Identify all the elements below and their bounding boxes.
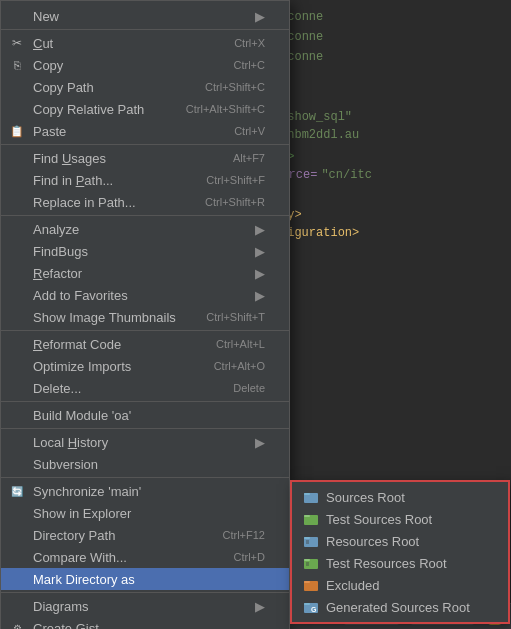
test-sources-root-label: Test Sources Root — [326, 512, 432, 527]
resources-root-icon — [304, 535, 318, 547]
menu-item-paste[interactable]: 📋 Paste Ctrl+V — [1, 120, 289, 142]
menu-item-optimize[interactable]: Optimize Imports Ctrl+Alt+O — [1, 355, 289, 377]
menu-item-subversion[interactable]: Subversion — [1, 453, 289, 475]
excluded-icon — [304, 579, 318, 591]
menu-item-directory-path[interactable]: Directory Path Ctrl+F12 — [1, 524, 289, 546]
test-resources-root-icon — [304, 557, 318, 569]
divider-1 — [1, 29, 289, 30]
arrow-icon-diagrams: ▶ — [255, 599, 265, 614]
arrow-icon: ▶ — [255, 9, 265, 24]
context-menu: New ▶ ✂ Cut Ctrl+X ⎘ Copy Ctrl+C Copy Pa… — [0, 0, 290, 629]
arrow-icon-history: ▶ — [255, 435, 265, 450]
arrow-icon-findbugs: ▶ — [255, 244, 265, 259]
svg-rect-8 — [304, 559, 310, 561]
menu-item-mark-directory[interactable]: Mark Directory as — [1, 568, 289, 590]
menu-item-replace-in-path[interactable]: Replace in Path... Ctrl+Shift+R — [1, 191, 289, 213]
menu-item-copy[interactable]: ⎘ Copy Ctrl+C — [1, 54, 289, 76]
divider-6 — [1, 428, 289, 429]
divider-3 — [1, 215, 289, 216]
menu-item-synchronize[interactable]: 🔄 Synchronize 'main' — [1, 480, 289, 502]
menu-item-diagrams[interactable]: Diagrams ▶ — [1, 595, 289, 617]
submenu-generated-sources[interactable]: G Generated Sources Root — [292, 596, 508, 618]
submenu-resources-root[interactable]: Resources Root — [292, 530, 508, 552]
svg-rect-9 — [306, 562, 309, 566]
arrow-icon-analyze: ▶ — [255, 222, 265, 237]
menu-item-delete[interactable]: Delete... Delete — [1, 377, 289, 399]
sources-root-icon — [304, 491, 318, 503]
menu-item-create-gist[interactable]: ⚙ Create Gist... — [1, 617, 289, 629]
arrow-icon-favorites: ▶ — [255, 288, 265, 303]
submenu-excluded[interactable]: Excluded — [292, 574, 508, 596]
svg-rect-1 — [304, 493, 310, 495]
menu-item-refactor[interactable]: Refactor ▶ — [1, 262, 289, 284]
menu-item-local-history[interactable]: Local History ▶ — [1, 431, 289, 453]
paste-icon: 📋 — [7, 125, 27, 138]
menu-item-find-usages[interactable]: Find Usages Alt+F7 — [1, 147, 289, 169]
cut-icon: ✂ — [7, 36, 27, 50]
test-resources-root-label: Test Resources Root — [326, 556, 447, 571]
svg-rect-13 — [304, 603, 310, 605]
menu-item-build-module[interactable]: Build Module 'oa' — [1, 404, 289, 426]
svg-rect-3 — [304, 515, 310, 517]
menu-item-show-explorer[interactable]: Show in Explorer — [1, 502, 289, 524]
svg-rect-5 — [304, 537, 310, 539]
menu-item-copy-path[interactable]: Copy Path Ctrl+Shift+C — [1, 76, 289, 98]
arrow-icon-refactor: ▶ — [255, 266, 265, 281]
sync-icon: 🔄 — [7, 486, 27, 497]
svg-rect-11 — [304, 581, 310, 583]
menu-item-analyze[interactable]: Analyze ▶ — [1, 218, 289, 240]
generated-sources-icon: G — [304, 601, 318, 613]
menu-item-reformat[interactable]: Reformat Code Ctrl+Alt+L — [1, 333, 289, 355]
menu-item-cut[interactable]: ✂ Cut Ctrl+X — [1, 32, 289, 54]
copy-icon: ⎘ — [7, 59, 27, 71]
menu-item-compare-with[interactable]: Compare With... Ctrl+D — [1, 546, 289, 568]
menu-item-find-in-path[interactable]: Find in Path... Ctrl+Shift+F — [1, 169, 289, 191]
generated-sources-label: Generated Sources Root — [326, 600, 470, 615]
divider-5 — [1, 401, 289, 402]
submenu-test-resources-root[interactable]: Test Resources Root — [292, 552, 508, 574]
test-sources-root-icon — [304, 513, 318, 525]
submenu-test-sources-root[interactable]: Test Sources Root — [292, 508, 508, 530]
submenu-sources-root[interactable]: Sources Root — [292, 486, 508, 508]
menu-item-add-favorites[interactable]: Add to Favorites ▶ — [1, 284, 289, 306]
menu-item-copy-relative-path[interactable]: Copy Relative Path Ctrl+Alt+Shift+C — [1, 98, 289, 120]
excluded-label: Excluded — [326, 578, 379, 593]
menu-item-new[interactable]: New ▶ — [1, 5, 289, 27]
menu-item-show-image[interactable]: Show Image Thumbnails Ctrl+Shift+T — [1, 306, 289, 328]
divider-7 — [1, 477, 289, 478]
divider-4 — [1, 330, 289, 331]
svg-text:G: G — [311, 606, 317, 613]
sources-root-label: Sources Root — [326, 490, 405, 505]
menu-item-findbugs[interactable]: FindBugs ▶ — [1, 240, 289, 262]
divider-2 — [1, 144, 289, 145]
svg-rect-6 — [306, 540, 309, 544]
resources-root-label: Resources Root — [326, 534, 419, 549]
divider-8 — [1, 592, 289, 593]
gist-icon: ⚙ — [7, 623, 27, 630]
mark-directory-submenu: Sources Root Test Sources Root Resources… — [290, 480, 510, 624]
